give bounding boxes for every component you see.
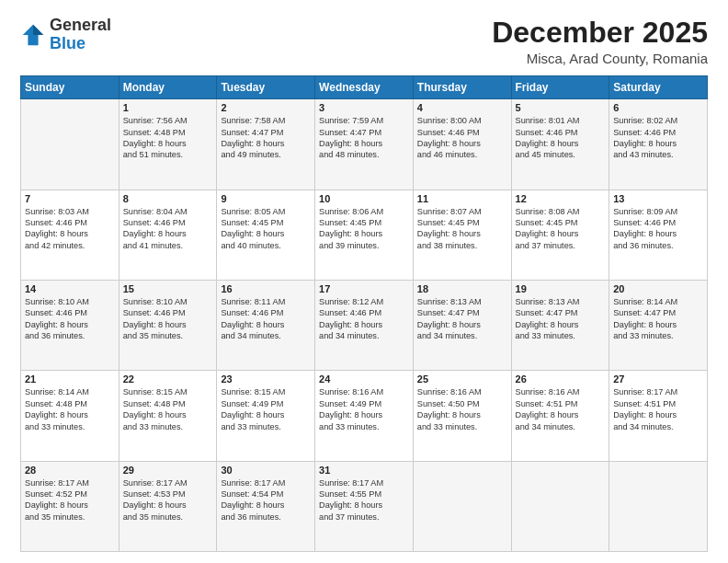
calendar-cell: 9Sunrise: 8:05 AMSunset: 4:45 PMDaylight… [217,190,315,280]
day-number: 17 [319,283,409,294]
day-content: Sunrise: 8:17 AMSunset: 4:51 PMDaylight:… [613,386,703,432]
calendar-cell: 31Sunrise: 8:17 AMSunset: 4:55 PMDayligh… [315,461,414,551]
calendar-cell: 6Sunrise: 8:02 AMSunset: 4:46 PMDaylight… [609,99,708,190]
calendar-cell [609,461,708,551]
day-number: 4 [417,102,507,113]
day-content: Sunrise: 8:04 AMSunset: 4:46 PMDaylight:… [123,206,213,252]
calendar-cell: 3Sunrise: 7:59 AMSunset: 4:47 PMDaylight… [315,99,414,190]
day-number: 20 [613,283,703,294]
week-row-1: 1Sunrise: 7:56 AMSunset: 4:48 PMDaylight… [21,99,708,190]
week-row-2: 7Sunrise: 8:03 AMSunset: 4:46 PMDaylight… [21,190,708,280]
calendar-cell: 2Sunrise: 7:58 AMSunset: 4:47 PMDaylight… [217,99,315,190]
day-content: Sunrise: 8:16 AMSunset: 4:51 PMDaylight:… [516,386,606,432]
calendar-cell: 8Sunrise: 8:04 AMSunset: 4:46 PMDaylight… [119,190,217,280]
day-content: Sunrise: 7:56 AMSunset: 4:48 PMDaylight:… [123,115,213,161]
calendar-cell: 5Sunrise: 8:01 AMSunset: 4:46 PMDaylight… [511,99,609,190]
day-number: 21 [25,373,115,385]
day-number: 9 [221,193,311,204]
calendar-cell: 30Sunrise: 8:17 AMSunset: 4:54 PMDayligh… [217,461,315,551]
day-content: Sunrise: 8:14 AMSunset: 4:48 PMDaylight:… [25,386,115,432]
day-header-saturday: Saturday [609,76,708,99]
day-number: 23 [221,373,311,385]
day-number: 11 [417,193,507,204]
day-number: 3 [319,102,409,113]
page: General Blue December 2025 Misca, Arad C… [0,0,728,563]
day-content: Sunrise: 8:17 AMSunset: 4:52 PMDaylight:… [25,477,115,523]
calendar-cell: 7Sunrise: 8:03 AMSunset: 4:46 PMDaylight… [21,190,119,280]
day-content: Sunrise: 8:03 AMSunset: 4:46 PMDaylight:… [25,206,115,252]
calendar-cell: 29Sunrise: 8:17 AMSunset: 4:53 PMDayligh… [119,461,217,551]
day-content: Sunrise: 8:13 AMSunset: 4:47 PMDaylight:… [516,296,606,342]
logo-icon [20,22,46,48]
day-number: 19 [516,283,606,294]
calendar-cell: 26Sunrise: 8:16 AMSunset: 4:51 PMDayligh… [511,371,609,461]
day-number: 7 [25,193,115,204]
day-number: 22 [123,373,213,385]
day-number: 12 [516,193,606,204]
logo-general: General [50,16,111,34]
day-number: 1 [123,102,213,113]
day-number: 25 [417,373,507,385]
calendar-cell: 27Sunrise: 8:17 AMSunset: 4:51 PMDayligh… [609,371,708,461]
day-number: 14 [25,283,115,294]
day-header-monday: Monday [119,76,217,99]
day-number: 30 [221,465,311,476]
day-content: Sunrise: 8:01 AMSunset: 4:46 PMDaylight:… [516,115,606,161]
logo: General Blue [20,17,111,53]
calendar-cell [511,461,609,551]
week-row-3: 14Sunrise: 8:10 AMSunset: 4:46 PMDayligh… [21,280,708,370]
day-content: Sunrise: 8:10 AMSunset: 4:46 PMDaylight:… [123,296,213,342]
day-content: Sunrise: 8:09 AMSunset: 4:46 PMDaylight:… [613,206,703,252]
day-content: Sunrise: 8:00 AMSunset: 4:46 PMDaylight:… [417,115,507,161]
day-content: Sunrise: 8:15 AMSunset: 4:48 PMDaylight:… [123,386,213,432]
day-number: 6 [613,102,703,113]
day-content: Sunrise: 7:59 AMSunset: 4:47 PMDaylight:… [319,115,409,161]
day-number: 29 [123,465,213,476]
day-content: Sunrise: 8:15 AMSunset: 4:49 PMDaylight:… [221,386,311,432]
calendar-cell: 11Sunrise: 8:07 AMSunset: 4:45 PMDayligh… [413,190,511,280]
calendar-cell [21,99,119,190]
calendar-cell: 22Sunrise: 8:15 AMSunset: 4:48 PMDayligh… [119,371,217,461]
calendar-cell: 21Sunrise: 8:14 AMSunset: 4:48 PMDayligh… [21,371,119,461]
day-content: Sunrise: 8:17 AMSunset: 4:53 PMDaylight:… [123,477,213,523]
day-number: 15 [123,283,213,294]
calendar-cell: 13Sunrise: 8:09 AMSunset: 4:46 PMDayligh… [609,190,708,280]
day-content: Sunrise: 8:05 AMSunset: 4:45 PMDaylight:… [221,206,311,252]
day-number: 8 [123,193,213,204]
day-header-wednesday: Wednesday [315,76,414,99]
calendar-header-row: SundayMondayTuesdayWednesdayThursdayFrid… [21,76,708,99]
day-number: 5 [516,102,606,113]
calendar-cell: 1Sunrise: 7:56 AMSunset: 4:48 PMDaylight… [119,99,217,190]
day-number: 2 [221,102,311,113]
day-content: Sunrise: 8:06 AMSunset: 4:45 PMDaylight:… [319,206,409,252]
day-content: Sunrise: 8:12 AMSunset: 4:46 PMDaylight:… [319,296,409,342]
calendar-cell: 19Sunrise: 8:13 AMSunset: 4:47 PMDayligh… [511,280,609,370]
calendar-cell: 16Sunrise: 8:11 AMSunset: 4:46 PMDayligh… [217,280,315,370]
day-number: 31 [319,465,409,476]
calendar-cell: 17Sunrise: 8:12 AMSunset: 4:46 PMDayligh… [315,280,414,370]
day-number: 28 [25,465,115,476]
calendar-table: SundayMondayTuesdayWednesdayThursdayFrid… [20,75,708,552]
day-header-thursday: Thursday [413,76,511,99]
day-content: Sunrise: 8:10 AMSunset: 4:46 PMDaylight:… [25,296,115,342]
day-content: Sunrise: 8:17 AMSunset: 4:55 PMDaylight:… [319,477,409,523]
day-content: Sunrise: 8:16 AMSunset: 4:50 PMDaylight:… [417,386,507,432]
day-number: 18 [417,283,507,294]
header: General Blue December 2025 Misca, Arad C… [20,17,708,66]
day-header-friday: Friday [511,76,609,99]
calendar-cell: 23Sunrise: 8:15 AMSunset: 4:49 PMDayligh… [217,371,315,461]
day-content: Sunrise: 7:58 AMSunset: 4:47 PMDaylight:… [221,115,311,161]
day-number: 24 [319,373,409,385]
calendar-cell: 18Sunrise: 8:13 AMSunset: 4:47 PMDayligh… [413,280,511,370]
day-content: Sunrise: 8:14 AMSunset: 4:47 PMDaylight:… [613,296,703,342]
calendar-cell: 24Sunrise: 8:16 AMSunset: 4:49 PMDayligh… [315,371,414,461]
calendar-cell: 15Sunrise: 8:10 AMSunset: 4:46 PMDayligh… [119,280,217,370]
calendar-cell: 25Sunrise: 8:16 AMSunset: 4:50 PMDayligh… [413,371,511,461]
calendar-cell: 12Sunrise: 8:08 AMSunset: 4:45 PMDayligh… [511,190,609,280]
day-number: 13 [613,193,703,204]
day-content: Sunrise: 8:07 AMSunset: 4:45 PMDaylight:… [417,206,507,252]
calendar-cell: 10Sunrise: 8:06 AMSunset: 4:45 PMDayligh… [315,190,414,280]
calendar-cell: 14Sunrise: 8:10 AMSunset: 4:46 PMDayligh… [21,280,119,370]
day-number: 27 [613,373,703,385]
month-title: December 2025 [492,17,708,49]
